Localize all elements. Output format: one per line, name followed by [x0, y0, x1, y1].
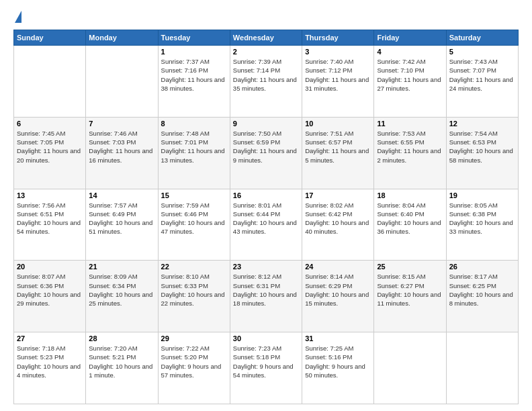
- cell-info: Sunrise: 7:57 AMSunset: 6:49 PMDaylight:…: [89, 201, 154, 236]
- cell-info: Sunrise: 7:59 AMSunset: 6:46 PMDaylight:…: [161, 201, 227, 236]
- cell-info: Sunrise: 7:53 AMSunset: 6:55 PMDaylight:…: [377, 129, 443, 165]
- cell-info: Sunrise: 8:09 AMSunset: 6:34 PMDaylight:…: [89, 272, 154, 308]
- day-header-saturday: Saturday: [446, 30, 518, 46]
- header: [13, 11, 519, 24]
- cell-info: Sunrise: 7:45 AMSunset: 7:05 PMDaylight:…: [17, 129, 83, 165]
- calendar-cell: 2 Sunrise: 7:39 AMSunset: 7:14 PMDayligh…: [230, 46, 302, 118]
- cell-info: Sunrise: 7:20 AMSunset: 5:21 PMDaylight:…: [89, 344, 154, 379]
- cell-day-number: 21: [89, 263, 154, 271]
- cell-info: Sunrise: 7:18 AMSunset: 5:23 PMDaylight:…: [17, 344, 83, 379]
- calendar-cell: 14 Sunrise: 7:57 AMSunset: 6:49 PMDaylig…: [86, 189, 158, 261]
- cell-day-number: 7: [89, 120, 154, 128]
- calendar-cell: 12 Sunrise: 7:54 AMSunset: 6:53 PMDaylig…: [446, 117, 518, 189]
- calendar-cell: 13 Sunrise: 7:56 AMSunset: 6:51 PMDaylig…: [14, 189, 86, 261]
- cell-day-number: 17: [305, 191, 371, 199]
- calendar-cell: 5 Sunrise: 7:43 AMSunset: 7:07 PMDayligh…: [446, 46, 518, 118]
- cell-info: Sunrise: 8:02 AMSunset: 6:42 PMDaylight:…: [305, 201, 371, 236]
- calendar-cell: 3 Sunrise: 7:40 AMSunset: 7:12 PMDayligh…: [302, 46, 374, 118]
- calendar-cell: 24 Sunrise: 8:14 AMSunset: 6:29 PMDaylig…: [302, 261, 374, 332]
- cell-day-number: 15: [161, 191, 227, 199]
- logo-triangle-icon: [15, 11, 21, 23]
- cell-info: Sunrise: 7:54 AMSunset: 6:53 PMDaylight:…: [449, 129, 515, 165]
- calendar-cell: [374, 332, 446, 404]
- cell-info: Sunrise: 7:51 AMSunset: 6:57 PMDaylight:…: [305, 129, 371, 165]
- calendar-table: SundayMondayTuesdayWednesdayThursdayFrid…: [13, 30, 519, 404]
- calendar-week-4: 20 Sunrise: 8:07 AMSunset: 6:36 PMDaylig…: [14, 261, 519, 332]
- cell-info: Sunrise: 7:39 AMSunset: 7:14 PMDaylight:…: [233, 57, 299, 93]
- cell-day-number: 20: [17, 263, 83, 271]
- cell-day-number: 11: [377, 120, 443, 128]
- cell-info: Sunrise: 7:25 AMSunset: 5:16 PMDaylight:…: [305, 344, 371, 379]
- calendar-cell: 11 Sunrise: 7:53 AMSunset: 6:55 PMDaylig…: [374, 117, 446, 189]
- cell-day-number: 9: [233, 120, 299, 128]
- cell-day-number: 8: [161, 120, 227, 128]
- cell-day-number: 22: [161, 263, 227, 271]
- calendar-cell: 31 Sunrise: 7:25 AMSunset: 5:16 PMDaylig…: [302, 332, 374, 404]
- calendar-cell: 28 Sunrise: 7:20 AMSunset: 5:21 PMDaylig…: [86, 332, 158, 404]
- calendar-cell: 10 Sunrise: 7:51 AMSunset: 6:57 PMDaylig…: [302, 117, 374, 189]
- calendar-cell: 9 Sunrise: 7:50 AMSunset: 6:59 PMDayligh…: [230, 117, 302, 189]
- calendar-cell: 20 Sunrise: 8:07 AMSunset: 6:36 PMDaylig…: [14, 261, 86, 332]
- cell-day-number: 27: [17, 334, 83, 342]
- cell-info: Sunrise: 7:46 AMSunset: 7:03 PMDaylight:…: [89, 129, 154, 165]
- calendar-cell: 25 Sunrise: 8:15 AMSunset: 6:27 PMDaylig…: [374, 261, 446, 332]
- cell-day-number: 14: [89, 191, 154, 199]
- cell-day-number: 3: [305, 48, 371, 56]
- cell-day-number: 13: [17, 191, 83, 199]
- calendar-cell: 18 Sunrise: 8:04 AMSunset: 6:40 PMDaylig…: [374, 189, 446, 261]
- cell-day-number: 25: [377, 263, 443, 271]
- cell-info: Sunrise: 8:14 AMSunset: 6:29 PMDaylight:…: [305, 272, 371, 308]
- cell-info: Sunrise: 8:15 AMSunset: 6:27 PMDaylight:…: [377, 272, 443, 308]
- calendar-cell: 4 Sunrise: 7:42 AMSunset: 7:10 PMDayligh…: [374, 46, 446, 118]
- day-header-monday: Monday: [86, 30, 158, 46]
- calendar-cell: [446, 332, 518, 404]
- cell-day-number: 4: [377, 48, 443, 56]
- calendar-header-row: SundayMondayTuesdayWednesdayThursdayFrid…: [14, 30, 519, 46]
- cell-day-number: 30: [233, 334, 299, 342]
- day-header-thursday: Thursday: [302, 30, 374, 46]
- cell-info: Sunrise: 7:48 AMSunset: 7:01 PMDaylight:…: [161, 129, 227, 165]
- day-header-tuesday: Tuesday: [158, 30, 230, 46]
- day-header-wednesday: Wednesday: [230, 30, 302, 46]
- calendar-cell: 27 Sunrise: 7:18 AMSunset: 5:23 PMDaylig…: [14, 332, 86, 404]
- calendar-cell: 29 Sunrise: 7:22 AMSunset: 5:20 PMDaylig…: [158, 332, 230, 404]
- cell-day-number: 31: [305, 334, 371, 342]
- calendar-page: SundayMondayTuesdayWednesdayThursdayFrid…: [0, 0, 532, 411]
- cell-info: Sunrise: 8:10 AMSunset: 6:33 PMDaylight:…: [161, 272, 227, 308]
- calendar-cell: 26 Sunrise: 8:17 AMSunset: 6:25 PMDaylig…: [446, 261, 518, 332]
- cell-day-number: 5: [449, 48, 515, 56]
- cell-day-number: 29: [161, 334, 227, 342]
- cell-day-number: 2: [233, 48, 299, 56]
- calendar-cell: 30 Sunrise: 7:23 AMSunset: 5:18 PMDaylig…: [230, 332, 302, 404]
- cell-info: Sunrise: 8:04 AMSunset: 6:40 PMDaylight:…: [377, 201, 443, 236]
- calendar-week-1: 1 Sunrise: 7:37 AMSunset: 7:16 PMDayligh…: [14, 46, 519, 118]
- cell-info: Sunrise: 7:40 AMSunset: 7:12 PMDaylight:…: [305, 57, 371, 93]
- calendar-cell: 7 Sunrise: 7:46 AMSunset: 7:03 PMDayligh…: [86, 117, 158, 189]
- cell-info: Sunrise: 7:37 AMSunset: 7:16 PMDaylight:…: [161, 57, 227, 93]
- cell-day-number: 16: [233, 191, 299, 199]
- cell-info: Sunrise: 8:07 AMSunset: 6:36 PMDaylight:…: [17, 272, 83, 308]
- cell-day-number: 12: [449, 120, 515, 128]
- calendar-cell: 21 Sunrise: 8:09 AMSunset: 6:34 PMDaylig…: [86, 261, 158, 332]
- cell-day-number: 1: [161, 48, 227, 56]
- calendar-week-2: 6 Sunrise: 7:45 AMSunset: 7:05 PMDayligh…: [14, 117, 519, 189]
- cell-info: Sunrise: 7:23 AMSunset: 5:18 PMDaylight:…: [233, 344, 299, 379]
- cell-day-number: 26: [449, 263, 515, 271]
- cell-info: Sunrise: 8:01 AMSunset: 6:44 PMDaylight:…: [233, 201, 299, 236]
- cell-info: Sunrise: 8:05 AMSunset: 6:38 PMDaylight:…: [449, 201, 515, 236]
- calendar-cell: 17 Sunrise: 8:02 AMSunset: 6:42 PMDaylig…: [302, 189, 374, 261]
- calendar-cell: 23 Sunrise: 8:12 AMSunset: 6:31 PMDaylig…: [230, 261, 302, 332]
- calendar-cell: 8 Sunrise: 7:48 AMSunset: 7:01 PMDayligh…: [158, 117, 230, 189]
- calendar-cell: 19 Sunrise: 8:05 AMSunset: 6:38 PMDaylig…: [446, 189, 518, 261]
- cell-info: Sunrise: 7:22 AMSunset: 5:20 PMDaylight:…: [161, 344, 227, 379]
- day-header-sunday: Sunday: [14, 30, 86, 46]
- calendar-week-3: 13 Sunrise: 7:56 AMSunset: 6:51 PMDaylig…: [14, 189, 519, 261]
- calendar-cell: [14, 46, 86, 118]
- cell-info: Sunrise: 8:12 AMSunset: 6:31 PMDaylight:…: [233, 272, 299, 308]
- calendar-cell: 15 Sunrise: 7:59 AMSunset: 6:46 PMDaylig…: [158, 189, 230, 261]
- cell-info: Sunrise: 7:50 AMSunset: 6:59 PMDaylight:…: [233, 129, 299, 165]
- day-header-friday: Friday: [374, 30, 446, 46]
- cell-day-number: 24: [305, 263, 371, 271]
- calendar-week-5: 27 Sunrise: 7:18 AMSunset: 5:23 PMDaylig…: [14, 332, 519, 404]
- calendar-cell: 1 Sunrise: 7:37 AMSunset: 7:16 PMDayligh…: [158, 46, 230, 118]
